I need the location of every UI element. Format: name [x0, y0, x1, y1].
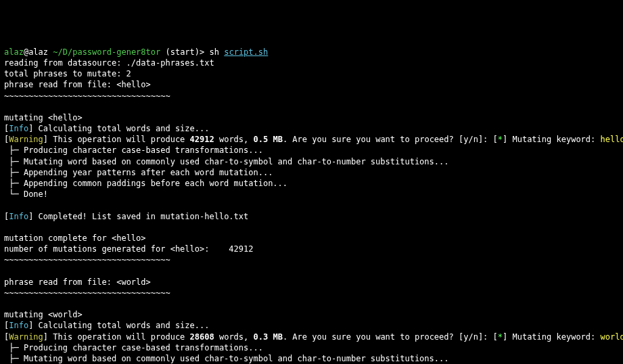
tree-step: ├─ Producing character case-based transf… — [4, 343, 263, 352]
separator: ~~~~~~~~~~~~~~~~~~~~~~~~~~~~~~~~~~ — [4, 91, 170, 101]
info-tag: Info — [9, 212, 28, 221]
star-icon: * — [498, 332, 503, 342]
warning-line: [Warning] This operation will produce 28… — [4, 332, 623, 342]
cmd-sh: sh — [210, 47, 219, 57]
prompt-path: ~/D/password-gener8tor — [53, 47, 160, 57]
size-text: 0.3 MB — [254, 332, 283, 342]
warning-tag: Warning — [9, 135, 43, 144]
tree-step: ├─ Mutating word based on commonly used … — [4, 354, 448, 363]
prompt-branch: start — [170, 47, 195, 57]
word-count: 42912 — [190, 135, 214, 144]
keyword-text: world — [601, 332, 623, 342]
tree-step: ├─ Appending common paddings before each… — [4, 179, 287, 188]
cmd-script: script.sh — [224, 47, 268, 57]
total-line: total phrases to mutate: 2 — [4, 69, 131, 78]
prompt-line[interactable]: alaz@alaz ~/D/password-gener8tor (start)… — [4, 47, 268, 57]
info-calc-line: [Info] Calculating total words and size.… — [4, 321, 209, 330]
mutating-line: mutating <hello> — [4, 113, 83, 122]
warning-tag: Warning — [9, 332, 43, 342]
tree-step: ├─ Mutating word based on commonly used … — [4, 157, 448, 166]
warning-line: [Warning] This operation will produce 42… — [4, 135, 623, 144]
word-count: 28608 — [190, 332, 214, 342]
prompt-user: alaz — [4, 47, 24, 57]
num-gen-line: number of mutations generated for <hello… — [4, 244, 253, 254]
info-tag: Info — [9, 124, 28, 133]
complete-line: mutation complete for <hello> — [4, 233, 146, 243]
phrase-read-line: phrase read from file: <hello> — [4, 80, 151, 89]
star-icon: * — [498, 135, 503, 144]
separator: ~~~~~~~~~~~~~~~~~~~~~~~~~~~~~~~~~~ — [4, 255, 170, 265]
separator: ~~~~~~~~~~~~~~~~~~~~~~~~~~~~~~~~~~ — [4, 288, 170, 298]
size-text: 0.5 MB — [254, 135, 283, 144]
phrase-read-line: phrase read from file: <world> — [4, 277, 151, 287]
tree-step-last: └─ Done! — [4, 189, 48, 199]
tree-step: ├─ Appending year patterns after each wo… — [4, 168, 273, 177]
info-calc-line: [Info] Calculating total words and size.… — [4, 124, 209, 133]
reading-line: reading from datasource: ./data-phrases.… — [4, 58, 214, 68]
keyword-text: hello — [601, 135, 623, 144]
prompt-host: alaz — [28, 47, 48, 57]
tree-step: ├─ Producing character case-based transf… — [4, 145, 263, 155]
info-completed-line: [Info] Completed! List saved in mutation… — [4, 212, 248, 221]
info-tag: Info — [9, 321, 28, 330]
terminal-output: alaz@alaz ~/D/password-gener8tor (start)… — [4, 47, 619, 364]
mutating-line: mutating <world> — [4, 310, 83, 319]
